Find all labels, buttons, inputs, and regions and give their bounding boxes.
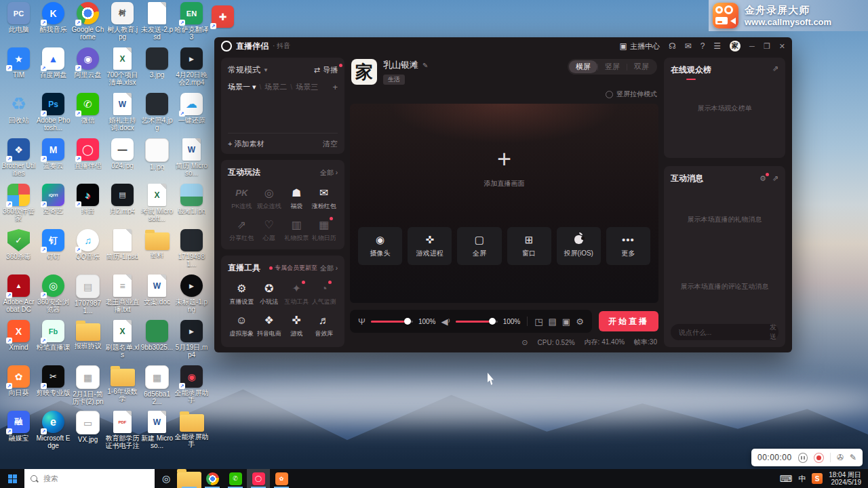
desktop-icon[interactable]: Fb粉笔直播课 [36,320,71,365]
desktop-icon[interactable]: W新建 Microso... [140,411,174,456]
desktop-icon[interactable]: PsAdobe Photosh... [36,93,71,138]
desktop-icon[interactable]: eMicrosoft Edge [36,411,71,456]
source-webcam[interactable]: ◉摄像头 [358,227,402,265]
desktop-icon[interactable]: EN哈萨克翻译3 [174,2,209,47]
source-more[interactable]: •••更多 [606,227,650,265]
desktop-icon[interactable]: ◉全能录屏助手 [174,365,209,411]
scene-tab[interactable]: 场景一 ▾ [228,82,256,92]
camera-icon[interactable]: ▣ [562,317,570,327]
interactions-all-link[interactable]: 全部 › [320,168,338,178]
task-view-button[interactable]: ◎ [155,469,178,488]
touch-keyboard-icon[interactable]: ⌨ [779,474,792,484]
desktop-icon[interactable]: ☁一键还原 [174,93,209,138]
desktop-icon[interactable]: ▤17079871... [71,274,105,320]
feature-gift-vote[interactable]: ▥礼物投票 [283,218,311,243]
category-tag[interactable]: 生活 [383,75,405,85]
desktop-icon[interactable]: PC此电脑 [1,2,36,47]
pause-button[interactable] [798,453,808,463]
screenshare-icon[interactable]: ▤ [549,317,557,327]
desktop-icon[interactable]: K酷我音乐 [36,2,71,47]
desktop-icon[interactable]: ◉阿里云盘 [71,47,105,93]
settings-icon[interactable]: ⚙ [576,317,584,327]
taskbar-clock[interactable]: 18:04 周日 2024/5/19 [829,471,861,486]
desktop-icon[interactable]: ▦6d56ba12... [140,365,174,411]
feature-live-settings[interactable]: ⚙直播设置 [228,282,256,306]
desktop-icon[interactable]: 钉钉钉 [36,229,71,274]
desktop-icon[interactable]: ≡老王商业直播.txt [105,274,140,320]
feature-pk[interactable]: PKPK连线 [228,186,256,211]
desktop-icon[interactable]: 银滩1.jpg [174,184,209,229]
help-icon[interactable]: ? [701,42,705,50]
desktop-icon[interactable]: ♪抖音 [71,184,105,229]
taskbar-jinzhou-recorder[interactable]: ✿ [270,469,293,488]
popout-icon[interactable]: ⇗ [772,64,778,73]
clear-button[interactable]: 清空 [323,139,338,149]
desktop-icon[interactable]: XXmind [1,320,36,365]
desktop-icon[interactable]: 9bb3025... [140,320,174,365]
feature-ecommerce[interactable]: ❖抖音电商 [256,314,283,338]
desktop-icon[interactable]: ▭VX.jpg [71,411,105,456]
scene-tab[interactable]: 场景二 [264,82,287,92]
feature-wish[interactable]: ♡心愿 [256,218,283,243]
mode-select[interactable]: 常规模式 [228,64,260,76]
search-input[interactable] [42,474,126,483]
desktop-icon[interactable]: X刷题名单.xls [105,320,140,365]
orientation-option[interactable]: 横屏 [569,60,597,73]
desktop-icon[interactable]: ✿向日葵 [1,365,36,411]
feature-mini-play[interactable]: ✪小玩法 [256,282,283,306]
orientation-option[interactable]: 双屏 [627,60,656,73]
desktop-icon[interactable]: X700个项目清单.xlsx [105,47,140,93]
desktop-icon[interactable]: 报班协议 [71,320,105,365]
feature-audience-link[interactable]: ◎观众连线 [256,186,283,211]
taskbar-chrome[interactable] [201,469,224,488]
feature-lucky-bag[interactable]: ☗福袋 [283,186,311,211]
screenshot-icon[interactable]: ✇ [837,453,844,462]
feature-share-packet[interactable]: ⇗分享红包 [228,218,256,243]
taskbar-explorer[interactable] [178,469,201,488]
orientation-option[interactable]: 竖屏 [598,60,627,73]
live-preview-canvas[interactable]: + 添加直播画面 ◉摄像头✜游戏进程▢全屏⊞窗口投屏(iOS)•••更多 [350,104,658,303]
desktop-icon[interactable]: ▲Adobe Acrobat DC [1,274,36,320]
desktop-icon[interactable]: ▦2月1日-简历卡(2).png [71,365,105,411]
desktop-icon[interactable]: 3.jpg [140,47,174,93]
desktop-icon[interactable]: 17194981... [174,229,209,274]
desktop-icon[interactable]: ✂剪映专业版 [36,365,71,411]
desktop-icon[interactable]: W文案.doc [140,274,174,320]
start-button[interactable] [0,469,24,488]
desktop-icon[interactable]: 1-6年级数学 [105,365,140,411]
desktop-icon[interactable]: Google Chrome [71,2,105,47]
desktop-icon[interactable]: W婚礼主持词.docx [105,93,140,138]
source-apple-cast[interactable]: 投屏(iOS) [557,227,601,265]
desktop-icon[interactable]: 简历-1.psd [105,229,140,274]
add-scene-source[interactable]: + 添加直播画面 [484,148,525,188]
feature-red-packet[interactable]: ✉涨粉红包 [311,186,338,211]
record-button[interactable] [814,453,824,463]
desktop-icon[interactable]: 360软件管家 [1,184,36,229]
feature-popularity[interactable]: ◔人气监测 [311,282,338,306]
taskbar-live-companion[interactable]: ◯ [247,469,270,488]
stretch-checkbox[interactable] [606,91,613,98]
desktop-icon[interactable]: iQIYI爱奇艺 [36,184,71,229]
desktop-icon[interactable]: 树树人教育.jpg [105,2,140,47]
desktop-icon[interactable]: ▶4月20日晚会2.mp4 [174,47,209,93]
desktop-icon[interactable]: ▲百度网盘 [36,47,71,93]
ime-indicator[interactable]: 中 [798,474,806,484]
desktop-icon[interactable]: ✆微信 [71,93,105,138]
feature-sound-library[interactable]: ♬音效库 [311,314,338,338]
menu-icon[interactable]: ☰ [713,42,721,50]
desktop-icon[interactable]: 1.jpg [140,138,174,184]
scene-tab[interactable]: 场景三 [296,82,318,92]
desktop-icon[interactable]: X考试 Microsoft... [140,184,174,229]
messages-settings-icon[interactable]: ⚙ [760,174,766,183]
desktop-icon[interactable]: W简历 Microso... [174,138,209,184]
desktop-icon[interactable]: 融融媒宝 [1,411,36,456]
desktop-icon[interactable]: ♫QQ音乐 [71,229,105,274]
desktop-icon[interactable]: 未发送-2.psd [140,2,174,47]
desktop-icon[interactable]: 艺术照4.jpg [140,93,174,138]
desktop-icon[interactable]: ▤月2.mp4 [105,184,140,229]
desktop-icon[interactable]: PDF教育部学历证书电子注册... [105,411,140,456]
console-icon[interactable]: ◳ [534,317,542,327]
source-game-process[interactable]: ✜游戏进程 [408,227,452,265]
anchor-center-button[interactable]: ▣主播中心 [620,41,660,52]
desktop-icon[interactable]: —024.jpg [105,138,140,184]
